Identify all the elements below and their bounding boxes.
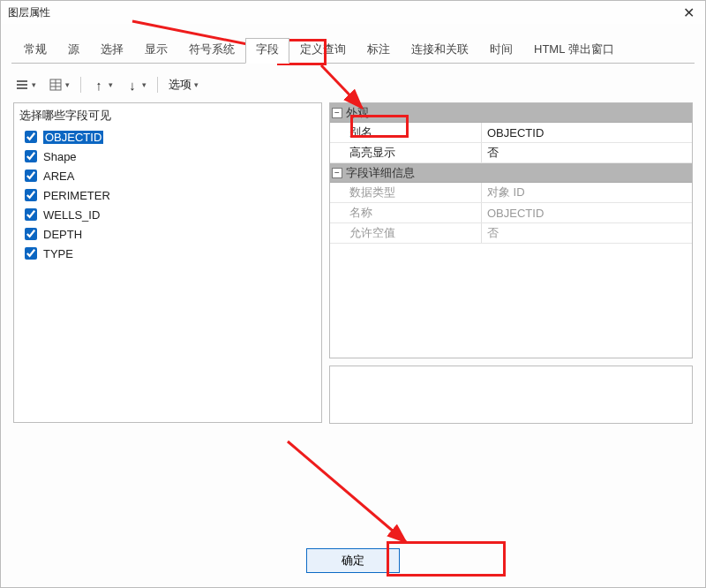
tab-symbology[interactable]: 符号系统 bbox=[178, 38, 245, 64]
svg-rect-1 bbox=[17, 84, 27, 86]
arrow-up-icon: ↑ bbox=[92, 78, 106, 92]
field-checkbox[interactable] bbox=[25, 170, 37, 182]
chevron-down-icon: ▾ bbox=[109, 80, 113, 89]
tab-defquery[interactable]: 定义查询 bbox=[289, 38, 357, 64]
tab-time[interactable]: 时间 bbox=[479, 38, 523, 64]
collapse-icon: − bbox=[332, 168, 342, 178]
field-name: OBJECTID bbox=[43, 131, 103, 144]
tab-display[interactable]: 显示 bbox=[134, 38, 178, 64]
property-key: 别名 bbox=[330, 123, 482, 142]
property-row: 名称OBJECTID bbox=[330, 203, 692, 223]
field-item[interactable]: AREA bbox=[19, 166, 316, 185]
collapse-icon: − bbox=[332, 108, 342, 118]
list-icon bbox=[15, 78, 29, 92]
chevron-down-icon: ▾ bbox=[32, 80, 36, 89]
field-checkbox[interactable] bbox=[25, 189, 37, 201]
field-item[interactable]: Shape bbox=[19, 147, 316, 166]
field-checkbox[interactable] bbox=[25, 131, 37, 143]
move-down-button[interactable]: ↓▾ bbox=[122, 75, 150, 94]
tab-strip: 常规源选择显示符号系统字段定义查询标注连接和关联时间HTML 弹出窗口 bbox=[1, 38, 705, 64]
field-name: AREA bbox=[43, 170, 74, 183]
property-row[interactable]: 高亮显示否 bbox=[330, 143, 692, 163]
field-name: Shape bbox=[43, 150, 77, 163]
field-checkbox[interactable] bbox=[25, 228, 37, 240]
field-list: OBJECTIDShapeAREAPERIMETERWELLS_IDDEPTHT… bbox=[19, 127, 316, 263]
move-up-button[interactable]: ↑▾ bbox=[88, 75, 116, 94]
tab-fields[interactable]: 字段 bbox=[245, 38, 289, 64]
chevron-down-icon: ▾ bbox=[194, 80, 199, 89]
property-group-header[interactable]: −外观 bbox=[330, 103, 692, 123]
field-item[interactable]: DEPTH bbox=[19, 224, 316, 244]
property-group-title: 外观 bbox=[346, 105, 369, 121]
property-row: 允许空值否 bbox=[330, 223, 692, 244]
table-view-button[interactable]: ▾ bbox=[45, 75, 73, 94]
tab-selection[interactable]: 选择 bbox=[90, 38, 134, 64]
field-item[interactable]: OBJECTID bbox=[19, 127, 316, 147]
panels: 选择哪些字段可见 OBJECTIDShapeAREAPERIMETERWELLS… bbox=[1, 99, 705, 424]
tab-htmlpopup[interactable]: HTML 弹出窗口 bbox=[523, 38, 625, 64]
field-name: TYPE bbox=[43, 247, 73, 260]
svg-rect-2 bbox=[17, 87, 27, 89]
property-grid: −外观别名OBJECTID高亮显示否−字段详细信息数据类型对象 ID名称OBJE… bbox=[329, 102, 693, 358]
property-value[interactable]: 否 bbox=[482, 143, 692, 162]
field-checkbox[interactable] bbox=[25, 208, 37, 221]
property-value: 对象 ID bbox=[482, 183, 692, 202]
field-item[interactable]: WELLS_ID bbox=[19, 205, 316, 224]
property-group-title: 字段详细信息 bbox=[346, 165, 415, 181]
chevron-down-icon: ▾ bbox=[142, 80, 146, 89]
property-value: 否 bbox=[482, 223, 692, 243]
property-group-header[interactable]: −字段详细信息 bbox=[330, 163, 692, 183]
property-row: 数据类型对象 ID bbox=[330, 183, 692, 203]
table-icon bbox=[49, 78, 63, 92]
field-item[interactable]: PERIMETER bbox=[19, 185, 316, 205]
description-box bbox=[329, 366, 693, 424]
tab-labels[interactable]: 标注 bbox=[357, 38, 401, 64]
separator bbox=[80, 77, 81, 93]
arrow-down-icon: ↓ bbox=[125, 78, 139, 92]
tab-source[interactable]: 源 bbox=[57, 38, 90, 64]
field-checkbox[interactable] bbox=[25, 150, 37, 162]
field-name: PERIMETER bbox=[43, 189, 110, 202]
property-value: OBJECTID bbox=[482, 203, 692, 222]
chevron-down-icon: ▾ bbox=[65, 80, 70, 89]
property-key: 名称 bbox=[330, 203, 482, 222]
property-key: 高亮显示 bbox=[330, 143, 482, 162]
field-visibility-heading: 选择哪些字段可见 bbox=[19, 108, 316, 124]
svg-rect-0 bbox=[17, 80, 27, 82]
layer-properties-dialog: 图层属性 ✕ 常规源选择显示符号系统字段定义查询标注连接和关联时间HTML 弹出… bbox=[0, 0, 706, 588]
dialog-footer: 确定 bbox=[1, 548, 705, 573]
tab-general[interactable]: 常规 bbox=[13, 38, 57, 64]
field-name: WELLS_ID bbox=[43, 208, 100, 222]
options-label: 选项 bbox=[169, 77, 192, 93]
property-key: 数据类型 bbox=[330, 183, 482, 202]
list-view-button[interactable]: ▾ bbox=[11, 75, 40, 94]
close-button[interactable]: ✕ bbox=[680, 4, 698, 21]
titlebar: 图层属性 ✕ bbox=[1, 1, 705, 24]
property-row[interactable]: 别名OBJECTID bbox=[330, 123, 692, 143]
separator bbox=[157, 77, 158, 93]
fields-toolbar: ▾ ▾ ↑▾ ↓▾ 选项▾ bbox=[1, 69, 705, 99]
property-value[interactable]: OBJECTID bbox=[482, 123, 692, 142]
field-visibility-panel: 选择哪些字段可见 OBJECTIDShapeAREAPERIMETERWELLS… bbox=[13, 102, 322, 423]
field-item[interactable]: TYPE bbox=[19, 244, 316, 263]
options-dropdown[interactable]: 选项▾ bbox=[165, 74, 202, 95]
tab-joins[interactable]: 连接和关联 bbox=[401, 38, 479, 64]
property-key: 允许空值 bbox=[330, 223, 482, 243]
field-checkbox[interactable] bbox=[25, 247, 37, 260]
dialog-title: 图层属性 bbox=[8, 5, 50, 20]
ok-button[interactable]: 确定 bbox=[306, 548, 400, 573]
field-name: DEPTH bbox=[43, 228, 82, 241]
